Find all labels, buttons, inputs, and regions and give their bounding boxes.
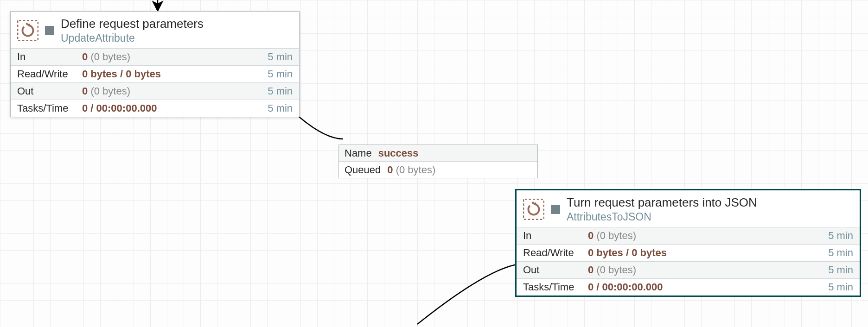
processor-type: UpdateAttribute xyxy=(61,31,204,45)
processor-title: Define request parameters xyxy=(61,16,204,31)
stat-row-readwrite: Read/Write 0 bytes / 0 bytes 5 min xyxy=(517,244,860,261)
stopped-status-icon xyxy=(45,26,54,35)
processor-icon xyxy=(523,199,544,220)
stat-row-tasks: Tasks/Time 0 / 00:00:00.000 5 min xyxy=(11,100,299,117)
connection-label[interactable]: Name success Queued 0 (0 bytes) xyxy=(338,145,538,178)
svg-rect-2 xyxy=(523,199,544,220)
stat-row-readwrite: Read/Write 0 bytes / 0 bytes 5 min xyxy=(11,65,299,82)
svg-rect-1 xyxy=(18,20,38,41)
stat-row-in: In 0 (0 bytes) 5 min xyxy=(517,227,860,244)
processor-node-define-request-parameters[interactable]: Define request parameters UpdateAttribut… xyxy=(10,11,300,117)
stat-row-out: Out 0 (0 bytes) 5 min xyxy=(517,261,860,278)
processor-stats: In 0 (0 bytes) 5 min Read/Write 0 bytes … xyxy=(11,48,299,117)
processor-type: AttributesToJSON xyxy=(567,210,757,224)
processor-title: Turn request parameters into JSON xyxy=(567,195,757,210)
stat-row-tasks: Tasks/Time 0 / 00:00:00.000 5 min xyxy=(517,278,860,296)
processor-header: Turn request parameters into JSON Attrib… xyxy=(517,190,860,227)
processor-icon xyxy=(17,20,38,41)
connection-queued-row: Queued 0 (0 bytes) xyxy=(339,161,537,178)
connection-name-row: Name success xyxy=(339,145,537,161)
stat-row-in: In 0 (0 bytes) 5 min xyxy=(11,48,299,65)
processor-node-turn-request-parameters-into-json[interactable]: Turn request parameters into JSON Attrib… xyxy=(515,189,861,297)
stopped-status-icon xyxy=(551,205,560,214)
processor-header: Define request parameters UpdateAttribut… xyxy=(11,12,299,48)
stat-row-out: Out 0 (0 bytes) 5 min xyxy=(11,82,299,100)
processor-stats: In 0 (0 bytes) 5 min Read/Write 0 bytes … xyxy=(517,227,860,296)
